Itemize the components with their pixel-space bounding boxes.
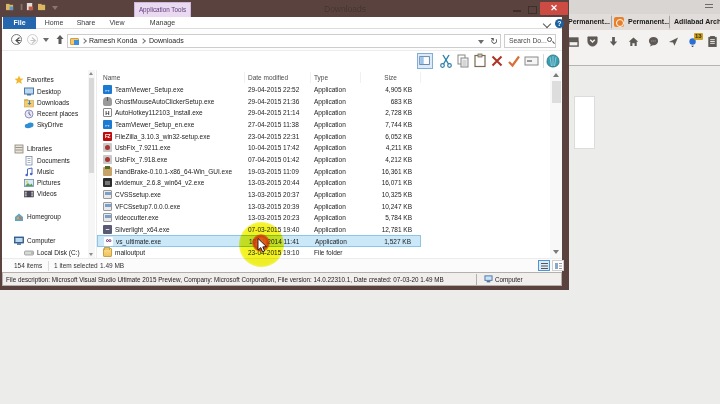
- qat-folder-icon[interactable]: [6, 3, 14, 11]
- file-row[interactable]: AutoHotkey112103_Install.exe29-04-2015 2…: [97, 107, 421, 119]
- file-icon: [103, 120, 112, 129]
- tab-share[interactable]: Share: [70, 17, 102, 29]
- scroll-up-icon[interactable]: [553, 73, 559, 79]
- envelope-icon: [523, 53, 541, 69]
- shell-button[interactable]: [545, 53, 561, 69]
- qat-properties-icon[interactable]: [38, 3, 46, 11]
- file-date: 29-04-2015 21:36: [248, 98, 299, 106]
- send-icon[interactable]: [668, 36, 679, 47]
- scroll-down-icon[interactable]: [89, 252, 94, 257]
- file-type: Application: [314, 226, 346, 234]
- file-icon: [103, 202, 112, 211]
- scroll-up-icon[interactable]: [89, 71, 94, 76]
- search-box[interactable]: Search Do...: [504, 34, 556, 48]
- copy-button[interactable]: [455, 53, 471, 69]
- tab-view[interactable]: View: [102, 17, 132, 29]
- back-button[interactable]: [11, 34, 22, 45]
- tab-file[interactable]: File: [3, 17, 36, 29]
- breadcrumb-folder[interactable]: Downloads: [149, 35, 184, 48]
- refresh-button[interactable]: ↻: [488, 35, 500, 48]
- forward-button[interactable]: [27, 34, 38, 45]
- qat-document-icon[interactable]: [26, 3, 34, 11]
- delete-button[interactable]: [489, 53, 505, 69]
- file-row[interactable]: FileZilla_3.10.3_win32-setup.exe23-04-20…: [97, 131, 421, 143]
- tab-manage[interactable]: Manage: [140, 17, 185, 29]
- column-separator[interactable]: [310, 72, 311, 83]
- file-name: UsbFix_7.918.exe: [115, 156, 167, 164]
- ribbon-expand-chevron-icon[interactable]: [544, 21, 551, 28]
- notification-badge: 13: [694, 33, 703, 40]
- file-name: VFCSsetup7.0.0.0.exe: [115, 203, 180, 211]
- pocket-icon[interactable]: [587, 36, 598, 47]
- address-folder-icon: [70, 38, 79, 45]
- mail-button[interactable]: [523, 53, 541, 69]
- address-bar[interactable]: Ramesh Konda Downloads ↻: [67, 34, 501, 48]
- file-type: Application: [314, 98, 346, 106]
- computer-icon: [484, 275, 493, 283]
- file-row[interactable]: VFCSsetup7.0.0.0.exe13-03-2015 20:39Appl…: [97, 201, 421, 213]
- file-icon: [103, 155, 112, 164]
- maximize-button[interactable]: [524, 2, 538, 15]
- home-icon[interactable]: [628, 36, 639, 47]
- sidebar-item-label: Recent places: [37, 109, 78, 119]
- file-size: 1,527 KB: [384, 238, 411, 246]
- chat-icon[interactable]: [648, 36, 659, 47]
- file-row[interactable]: avidemux_2.6.8_win64_v2.exe13-03-2015 20…: [97, 177, 421, 189]
- file-row[interactable]: TeamViewer_Setup_en.exe27-04-2015 11:38A…: [97, 119, 421, 131]
- hard-disk-icon: [24, 248, 34, 258]
- list-scrollbar[interactable]: [550, 71, 562, 258]
- help-button[interactable]: ?: [555, 19, 564, 28]
- preview-pane-toggle-button[interactable]: [417, 53, 433, 69]
- toolbar-separator: [543, 54, 544, 68]
- status-separator: [48, 261, 49, 271]
- file-row[interactable]: UsbFix_7.918.exe07-04-2015 01:42Applicat…: [97, 154, 421, 166]
- up-button[interactable]: [54, 33, 66, 46]
- archive-icon[interactable]: [568, 36, 579, 47]
- column-header-name[interactable]: Name: [103, 72, 120, 83]
- scroll-down-icon[interactable]: [553, 250, 559, 256]
- column-header-type[interactable]: Type: [314, 72, 328, 83]
- thumbnails-view-button[interactable]: [552, 260, 564, 271]
- recent-locations-chevron-icon[interactable]: [43, 38, 49, 42]
- column-separator[interactable]: [360, 72, 361, 83]
- address-bar-row: Ramesh Konda Downloads ↻ Search Do...: [2, 30, 562, 51]
- file-date: 07-04-2015 01:42: [248, 156, 299, 164]
- file-row[interactable]: HandBrake-0.10.1-x86_64-Win_GUI.exe19-03…: [97, 166, 421, 178]
- file-size: 4,212 KB: [385, 156, 412, 164]
- file-type: Application: [314, 191, 346, 199]
- cut-button[interactable]: [438, 53, 454, 69]
- file-row[interactable]: CVSSsetup.exe13-03-2015 20:37Application…: [97, 189, 421, 201]
- status-selected-count: 1 item selected: [54, 261, 98, 271]
- webpage-content-box: [574, 96, 595, 149]
- qat-chevron-icon[interactable]: [52, 6, 58, 10]
- paste-button[interactable]: [472, 53, 488, 69]
- file-row[interactable]: UsbFix_7.9211.exe10-04-2015 17:42Applica…: [97, 142, 421, 154]
- file-row[interactable]: TeamViewer_Setup.exe29-04-2015 22:52Appl…: [97, 84, 421, 96]
- tab-home[interactable]: Home: [38, 17, 70, 29]
- browser-tab-2[interactable]: Permanent...: [612, 14, 669, 30]
- clipboard-icon[interactable]: [707, 36, 718, 47]
- close-button[interactable]: ✕: [540, 2, 568, 15]
- column-header-date[interactable]: Date modified: [248, 72, 288, 83]
- minimize-button[interactable]: [509, 2, 523, 15]
- column-separator[interactable]: [244, 72, 245, 83]
- address-dropdown-icon[interactable]: [478, 40, 484, 44]
- sidebar-item-label: Favorites: [27, 75, 54, 85]
- browser-tab-3[interactable]: Adilabad Archi...: [670, 14, 720, 30]
- column-header-size[interactable]: Size: [369, 72, 397, 83]
- list-scrollbar-thumb[interactable]: [552, 81, 561, 103]
- details-view-button[interactable]: [538, 260, 550, 271]
- file-date: 29-04-2015 22:52: [248, 86, 299, 94]
- confirm-button[interactable]: [506, 53, 522, 69]
- file-icon: [103, 108, 112, 117]
- download-icon[interactable]: [608, 36, 619, 47]
- breadcrumb-user[interactable]: Ramesh Konda: [89, 35, 137, 48]
- file-type: Application: [315, 238, 347, 246]
- sidebar-scrollbar[interactable]: [88, 70, 95, 258]
- file-name: TeamViewer_Setup.exe: [115, 86, 184, 94]
- browser-menu-icon[interactable]: [705, 4, 713, 8]
- sidebar-scrollbar-thumb[interactable]: [89, 78, 94, 173]
- file-date: 23-04-2015 22:31: [248, 133, 299, 141]
- column-separator[interactable]: [420, 72, 421, 83]
- file-row[interactable]: GhostMouseAutoClickerSetup.exe29-04-2015…: [97, 96, 421, 108]
